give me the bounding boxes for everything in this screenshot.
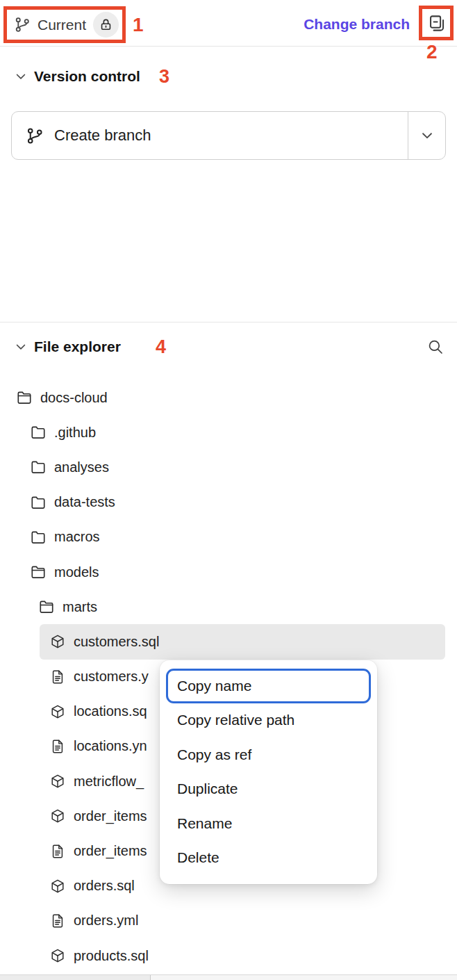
model-icon bbox=[50, 704, 65, 719]
chevron-down-icon bbox=[419, 128, 435, 143]
tree-item-label: order_items bbox=[74, 808, 147, 824]
change-branch-link[interactable]: Change branch bbox=[304, 16, 410, 33]
folder-icon bbox=[31, 530, 46, 545]
create-branch-button[interactable]: Create branch bbox=[12, 112, 408, 159]
tree-item[interactable]: analyses bbox=[0, 450, 457, 484]
tree-item-label: order_items bbox=[74, 843, 147, 859]
tree-item[interactable]: orders.yml bbox=[0, 904, 457, 938]
chevron-down-icon bbox=[14, 70, 28, 83]
tree-item-label: customers.y bbox=[74, 669, 149, 685]
context-menu-item[interactable]: Duplicate bbox=[166, 772, 371, 807]
version-control-header[interactable]: Version control 3 bbox=[14, 61, 445, 92]
model-icon bbox=[50, 879, 65, 894]
tree-item-label: metricflow_ bbox=[74, 774, 144, 790]
tree-item[interactable]: products.sql bbox=[0, 938, 457, 973]
version-control-title: Version control bbox=[34, 68, 140, 85]
model-icon bbox=[50, 774, 65, 789]
file-icon bbox=[50, 913, 65, 929]
tree-item-label: docs-cloud bbox=[40, 390, 108, 406]
tree-item-label: data-tests bbox=[54, 494, 115, 510]
model-icon bbox=[50, 948, 65, 963]
folder-icon bbox=[31, 459, 46, 475]
file-search-button[interactable] bbox=[426, 337, 445, 357]
bottom-panel-edge bbox=[0, 974, 457, 980]
branch-bar: Current 1 Change branch 2 bbox=[0, 0, 457, 47]
annotation-number-4: 4 bbox=[156, 336, 166, 358]
current-branch-button[interactable]: Current bbox=[3, 6, 126, 43]
create-branch-split-button: Create branch bbox=[11, 111, 446, 160]
section-divider bbox=[0, 322, 457, 322]
tree-item-label: models bbox=[54, 564, 99, 580]
copy-icon bbox=[427, 14, 446, 33]
folder-icon bbox=[31, 495, 46, 510]
tree-item[interactable]: models bbox=[0, 555, 457, 589]
tree-item-label: marts bbox=[63, 599, 97, 615]
current-branch-label: Current bbox=[38, 17, 86, 33]
folder-open-icon bbox=[17, 390, 32, 405]
copy-branch-name-button[interactable] bbox=[419, 6, 454, 40]
model-icon bbox=[50, 634, 65, 649]
tree-item[interactable]: .github bbox=[0, 415, 457, 450]
context-menu-item[interactable]: Copy relative path bbox=[166, 703, 371, 738]
tree-item-label: analyses bbox=[54, 459, 109, 475]
context-menu-item[interactable]: Delete bbox=[166, 841, 371, 876]
create-branch-dropdown-toggle[interactable] bbox=[408, 112, 445, 159]
tree-item-label: products.sql bbox=[74, 948, 149, 964]
file-explorer-header[interactable]: File explorer 4 bbox=[14, 332, 445, 362]
tree-item-label: macros bbox=[54, 529, 100, 545]
branch-lock-badge bbox=[93, 12, 119, 38]
lock-icon bbox=[99, 18, 113, 31]
annotation-number-3: 3 bbox=[159, 66, 169, 88]
bottom-panel-left-segment bbox=[0, 975, 151, 980]
folder-open-icon bbox=[39, 599, 54, 614]
file-icon bbox=[50, 844, 65, 859]
tree-item[interactable]: marts bbox=[0, 589, 457, 624]
context-menu-item[interactable]: Copy name bbox=[166, 669, 371, 703]
tree-item[interactable]: docs-cloud bbox=[0, 380, 457, 415]
search-icon bbox=[426, 338, 444, 356]
context-menu-item[interactable]: Copy as ref bbox=[166, 737, 371, 772]
model-icon bbox=[50, 808, 65, 824]
file-explorer-title: File explorer bbox=[34, 338, 121, 355]
file-icon bbox=[50, 669, 65, 685]
annotation-number-1: 1 bbox=[133, 14, 144, 36]
tree-item-label: locations.yn bbox=[74, 738, 147, 754]
file-icon bbox=[50, 739, 65, 754]
file-context-menu: Copy nameCopy relative pathCopy as refDu… bbox=[160, 660, 377, 884]
tree-item-label: orders.sql bbox=[74, 878, 135, 894]
folder-icon bbox=[31, 425, 46, 440]
context-menu-item[interactable]: Rename bbox=[166, 806, 371, 841]
git-branch-icon bbox=[15, 17, 31, 33]
folder-open-icon bbox=[31, 564, 46, 580]
tree-item[interactable]: data-tests bbox=[0, 485, 457, 520]
ide-sidebar: Current 1 Change branch 2 Version bbox=[0, 0, 457, 980]
git-branch-icon bbox=[26, 127, 44, 145]
annotation-number-2: 2 bbox=[426, 41, 438, 63]
tree-item[interactable]: customers.sql bbox=[40, 624, 445, 659]
create-branch-label: Create branch bbox=[54, 126, 151, 145]
tree-item-label: orders.yml bbox=[74, 913, 138, 929]
tree-item-label: locations.sq bbox=[74, 703, 147, 719]
tree-item-label: customers.sql bbox=[74, 634, 159, 650]
tree-item-label: .github bbox=[54, 425, 96, 441]
chevron-down-icon bbox=[14, 340, 28, 354]
tree-item[interactable]: macros bbox=[0, 520, 457, 555]
